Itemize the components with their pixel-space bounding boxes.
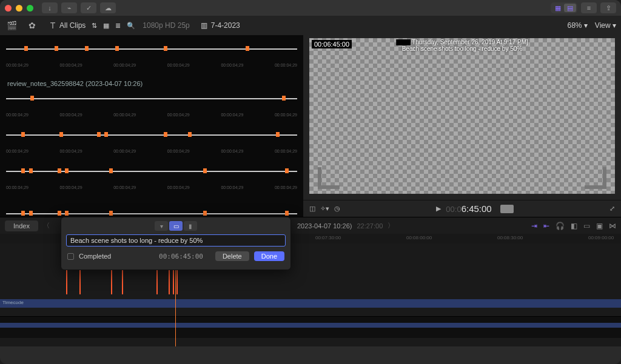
titlebar: ↓ ⌁ ✓ ☁ ▦ ▤ ≡ ⇪ [0,0,621,16]
viewer-annotation: Thursday, September 26, 2019 At 9:17 PM]… [396,39,528,52]
fullscreen-icon[interactable]: ⤢ [609,205,615,213]
browser-marker[interactable] [29,211,33,216]
browser-marker[interactable] [109,168,113,173]
clip-name: review_notes_362598842 (2023-04-07 10:26… [7,80,143,87]
marker-name-input[interactable] [66,234,286,247]
marker-type-todo[interactable]: ▭ [169,221,183,231]
done-button[interactable]: Done [254,251,284,261]
completed-checkbox[interactable] [67,253,74,260]
connect-icon[interactable]: ⋈ [609,222,616,230]
delete-button[interactable]: Delete [215,251,249,261]
browser-marker[interactable] [59,132,63,137]
browser-marker[interactable] [21,132,25,137]
project-date: 7-4-2023 [211,21,240,30]
browser-marker[interactable] [164,132,167,137]
browser-marker[interactable] [21,211,25,216]
sort-icon[interactable]: ⇅ [92,22,97,30]
browser-marker[interactable] [24,46,28,51]
titles-icon[interactable]: T [46,19,59,32]
workspace-segment[interactable]: ▦ ▤ [551,2,577,13]
import-button[interactable]: ↓ [42,2,58,13]
filmstrip-row[interactable]: 00:00:04;2900:00:04;2900:00:04;2900:00:0… [6,40,297,70]
browser-marker[interactable] [282,96,286,101]
library-icon[interactable]: 🎬 [5,19,18,32]
track-label: Timecode [2,300,24,305]
viewer-canvas[interactable] [309,38,615,194]
minimize-window[interactable] [16,5,22,12]
filmstrip-row[interactable]: 00:00:04;2900:00:04;2900:00:04;2900:00:0… [6,162,297,193]
browser-marker[interactable] [21,168,25,173]
browser-marker[interactable] [285,168,289,173]
clip-browser[interactable]: 00:00:04;2900:00:04;2900:00:04;2900:00:0… [0,35,303,217]
browser-marker[interactable] [58,168,61,173]
solo-icon[interactable]: 🎧 [556,222,565,230]
viewer-zoom[interactable]: 68% ▾ [567,21,587,30]
primary-storyline[interactable] [0,299,621,308]
share-button[interactable]: ⇪ [600,2,616,13]
clip-filter[interactable]: All Clips [59,21,86,30]
list-icon[interactable]: ≣ [115,22,121,30]
browser-marker[interactable] [203,211,207,216]
browser-marker[interactable] [285,211,289,216]
marker-type-chapter[interactable]: ▮ [184,221,197,231]
clip-appearance-icon[interactable]: ▣ [596,222,603,230]
index-button[interactable]: Index [5,220,38,231]
format-label: 1080p HD 25p [143,21,189,30]
filmstrip-row[interactable]: 00:00:04;2900:00:04;2900:00:04;2900:00:0… [6,126,297,156]
enhance-icon[interactable]: ✧▾ [320,205,329,213]
title-safe-br [585,167,606,189]
viewer-timecode-overlay: 00:06:45:00 [312,40,352,48]
browser-marker[interactable] [188,132,192,137]
timeline-duration: 22:27:00 [357,222,383,230]
browser-marker[interactable] [29,168,33,173]
filmstrip-row[interactable]: 00:00:04;2900:00:04;2900:00:04;2900:00:0… [6,90,297,120]
layout-browser-icon[interactable]: ▦ [552,4,564,12]
viewer-transport: ◫ ✧▾ ◷ ▶ 00:06:45:00 ⤢ [303,200,621,217]
nav-back-icon[interactable]: 〈 [43,221,50,230]
marker-type-standard[interactable]: ▾ [155,221,168,231]
timeline-crumb[interactable]: 2023-04-07 10:26) [297,222,352,230]
completed-label: Completed [79,253,111,260]
browser-marker[interactable] [85,46,89,51]
extensions-button[interactable]: ☁ [100,2,116,13]
audio-skim-icon[interactable]: ⇤ [543,222,549,230]
play-button[interactable]: ▶ [436,205,441,213]
browser-marker[interactable] [55,46,58,51]
retime-icon[interactable]: ◷ [334,205,340,213]
browser-marker[interactable] [109,211,113,216]
audio-lane[interactable] [0,316,621,338]
inspector-toggle[interactable]: ≡ [581,2,597,13]
transport-timecode[interactable]: 00:06:45:00 [446,204,491,214]
close-window[interactable] [5,5,12,12]
browser-marker[interactable] [104,132,108,137]
skimming-icon[interactable]: ⇥ [531,222,537,230]
zoom-window[interactable] [27,5,33,12]
browser-marker[interactable] [58,211,61,216]
calendar-icon: ▥ [201,21,207,30]
filmstrip-row[interactable]: 00:00:04;2900:00:04;2900:00:04;2900:00:0… [6,205,297,217]
browser-marker[interactable] [115,46,119,51]
filmstrip-icon[interactable]: ▦ [103,22,109,30]
tools-icon[interactable]: ▭ [583,222,590,230]
layout-timeline-icon[interactable]: ▤ [564,4,576,12]
snapping-icon[interactable]: ◧ [571,222,577,230]
keyword-button[interactable]: ⌁ [61,2,77,13]
transform-icon[interactable]: ◫ [309,205,315,213]
nav-fwd-icon[interactable]: 〉 [388,221,394,230]
browser-marker[interactable] [30,96,34,101]
photos-icon[interactable]: ✿ [25,19,39,32]
browser-marker[interactable] [276,132,280,137]
window-controls [5,5,33,12]
skimmer-thumb[interactable] [500,205,514,213]
browser-marker[interactable] [65,168,69,173]
browser-marker[interactable] [65,211,69,216]
marker-timecode: 00:06:45:00 [159,253,203,260]
browser-marker[interactable] [164,46,167,51]
browser-marker[interactable] [246,46,249,51]
browser-marker[interactable] [203,168,207,173]
search-icon[interactable]: 🔍 [127,22,135,30]
title-safe-bl [318,167,340,189]
browser-marker[interactable] [97,132,101,137]
view-menu[interactable]: View ▾ [595,21,616,30]
bg-tasks-button[interactable]: ✓ [81,2,96,13]
